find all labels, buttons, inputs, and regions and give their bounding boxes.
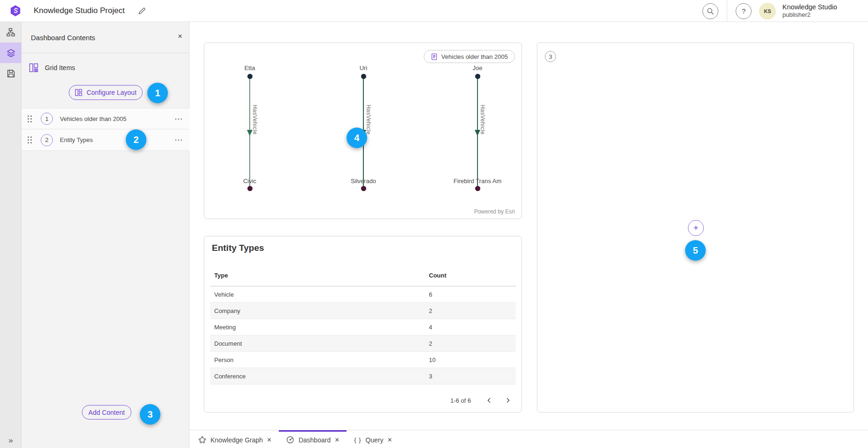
graph-column-etta: Etta HasVehicle Civic (212, 62, 287, 218)
close-tab-icon[interactable]: × (335, 436, 339, 444)
account-info[interactable]: Knowledge Studio publisher2 (782, 3, 837, 19)
panel-title: Dashboard Contents (31, 34, 95, 42)
item-number-badge: 1 (41, 113, 53, 125)
braces-icon: { } (354, 436, 361, 443)
dashboard-gauge-icon (286, 436, 294, 444)
item-options-icon[interactable]: ⋯ (174, 114, 183, 124)
callout-badge-2: 2 (126, 129, 146, 150)
drag-handle-icon[interactable] (28, 136, 32, 143)
panel-header: Dashboard Contents × (22, 22, 189, 53)
item-options-icon[interactable]: ⋯ (174, 135, 183, 145)
cell-type: Vehicle (214, 291, 429, 298)
table-header-row: Type Count (210, 264, 516, 286)
plus-icon: + (694, 224, 699, 232)
avatar[interactable]: KS (759, 3, 776, 20)
add-content-button[interactable]: Add Content (82, 405, 131, 420)
next-page-button[interactable] (502, 394, 514, 406)
graph-node-dot[interactable] (361, 74, 366, 79)
esri-attribution: Powered by Esri (474, 208, 515, 215)
edit-title-icon[interactable] (138, 7, 146, 15)
grid-item-row-vehicles[interactable]: 1 Vehicles older than 2005 ⋯ (22, 108, 189, 129)
table-row[interactable]: Vehicle 6 (210, 286, 516, 303)
cell-count: 2 (429, 307, 512, 314)
chevron-right-icon (505, 397, 511, 404)
account-username: publisher2 (782, 11, 837, 19)
rail-item-layers[interactable] (0, 43, 22, 63)
grid-item-row-entity-types[interactable]: 2 Entity Types ⋯ (22, 129, 189, 151)
graph-node-label[interactable]: Silverado (326, 178, 401, 185)
expand-panel-icon[interactable]: » (0, 436, 22, 445)
drag-handle-icon[interactable] (28, 115, 32, 122)
layers-icon (7, 49, 15, 57)
rail-item-hierarchy[interactable] (0, 22, 22, 43)
callout-badge-1: 1 (147, 83, 168, 103)
close-panel-icon[interactable]: × (178, 32, 182, 40)
graph-column-joe: Joe HasVehicle Firebird Trans Am (440, 62, 515, 218)
previous-page-button[interactable] (483, 394, 495, 406)
table-title: Entity Types (212, 243, 264, 253)
tab-label: Dashboard (298, 436, 331, 444)
tab-label: Query (366, 436, 383, 444)
graph-edge-label: HasVehicle (252, 105, 258, 135)
graph-filter-pill[interactable]: Vehicles older than 2005 (424, 50, 515, 63)
help-button[interactable]: ? (736, 3, 752, 19)
graph-edge-label: HasVehicle (365, 105, 372, 135)
document-icon (431, 53, 438, 60)
table-row[interactable]: Company 2 (210, 303, 516, 319)
save-icon (7, 70, 15, 78)
item-number-badge: 2 (41, 134, 53, 146)
tab-knowledge-graph[interactable]: Knowledge Graph × (191, 430, 279, 448)
item-label: Vehicles older than 2005 (60, 115, 126, 122)
grid-items-label: Grid Items (45, 64, 75, 71)
graph-node-dot[interactable] (361, 186, 366, 191)
graph-filter-label: Vehicles older than 2005 (441, 53, 508, 60)
cell-count: 6 (429, 291, 512, 298)
chevron-left-icon (486, 397, 492, 404)
close-tab-icon[interactable]: × (388, 436, 392, 444)
graph-node-dot[interactable] (247, 74, 253, 79)
empty-grid-panel: 3 + (537, 43, 854, 412)
cell-type: Document (214, 340, 429, 347)
close-tab-icon[interactable]: × (267, 436, 271, 444)
item-label: Entity Types (60, 136, 93, 143)
callout-badge-3: 3 (140, 404, 160, 425)
tab-dashboard[interactable]: Dashboard × (279, 430, 347, 448)
cell-type: Meeting (214, 324, 429, 331)
rail-item-save[interactable] (0, 63, 22, 84)
panel-number-badge: 3 (545, 51, 556, 62)
grid-items-section: Grid Items (22, 62, 75, 74)
cell-type: Person (214, 356, 429, 363)
pagination-range: 1-6 of 6 (450, 397, 471, 404)
graph-node-dot[interactable] (475, 74, 480, 79)
search-button[interactable] (702, 3, 718, 19)
header-divider (727, 0, 727, 22)
graph-node-label[interactable]: Firebird Trans Am (440, 178, 515, 185)
add-widget-button[interactable]: + (688, 220, 704, 236)
table-row[interactable]: Document 2 (210, 335, 516, 352)
graph-node-label[interactable]: Civic (212, 178, 287, 185)
cell-count: 4 (429, 324, 512, 331)
table-row[interactable]: Conference 3 (210, 368, 516, 384)
cell-count: 10 (429, 356, 512, 363)
left-icon-rail: » (0, 22, 22, 448)
tab-query[interactable]: { } Query × (347, 430, 399, 448)
graph-node-label[interactable]: Joe (440, 64, 515, 71)
graph-node-dot[interactable] (247, 186, 253, 191)
graph-node-dot[interactable] (475, 186, 480, 191)
question-icon: ? (742, 7, 745, 15)
table-row[interactable]: Meeting 4 (210, 319, 516, 335)
header-actions: ? KS Knowledge Studio publisher2 (702, 0, 837, 22)
page-title: Knowledge Studio Project (34, 6, 125, 15)
configure-layout-label: Configure Layout (87, 89, 137, 96)
cell-type: Conference (214, 373, 429, 380)
graph-node-label[interactable]: Etta (212, 64, 287, 71)
cell-count: 3 (429, 373, 512, 380)
table-row[interactable]: Person 10 (210, 352, 516, 368)
graph-node-label[interactable]: Uri (326, 64, 401, 71)
bottom-tab-bar: Knowledge Graph × Dashboard × { } Query … (190, 430, 868, 448)
column-header-count[interactable]: Count (429, 272, 512, 279)
configure-layout-button[interactable]: Configure Layout (69, 85, 143, 100)
column-header-type[interactable]: Type (214, 272, 429, 279)
graph-edge-label: HasVehicle (479, 105, 486, 135)
callout-badge-5: 5 (685, 240, 706, 261)
